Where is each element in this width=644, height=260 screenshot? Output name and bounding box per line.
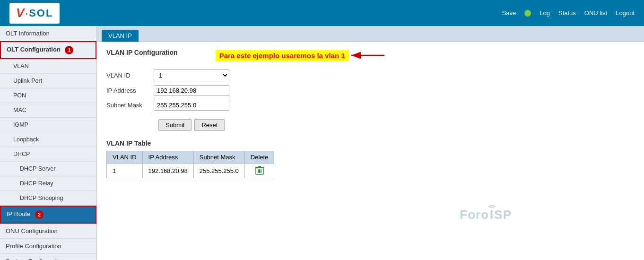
table-title: VLAN IP Table [106, 139, 635, 147]
trash-icon [255, 166, 264, 175]
tab-vlan-ip[interactable]: VLAN IP [102, 30, 139, 42]
sidebar-item-vlan[interactable]: VLAN [0, 59, 96, 74]
sidebar-item-system-configuration[interactable]: System Configuration [0, 254, 96, 260]
svg-rect-7 [258, 166, 261, 167]
sidebar-item-profile-configuration[interactable]: Profile Configuration [0, 239, 96, 254]
ip-address-input[interactable] [154, 85, 229, 96]
delete-button[interactable] [251, 166, 269, 175]
svg-rect-5 [261, 169, 261, 173]
row-subnet-mask: 255.255.255.0 [193, 164, 244, 178]
logout-link[interactable]: Logout [616, 9, 635, 17]
row-ip-address: 192.168.20.98 [142, 164, 193, 178]
config-area: VLAN IP Configuration Para este ejemplo … [97, 42, 644, 185]
arrow-icon [349, 50, 387, 61]
sidebar-item-dhcp[interactable]: DHCP [0, 147, 96, 162]
sidebar-item-igmp[interactable]: IGMP [0, 118, 96, 132]
watermark: Foro I SP [460, 208, 512, 222]
sidebar-item-ip-route[interactable]: IP Route 2 [0, 206, 96, 224]
sidebar-item-uplink-port[interactable]: Uplink Port [0, 74, 96, 88]
logo-sol: SOL [29, 7, 53, 19]
vlan-id-label: VLAN ID [106, 68, 154, 83]
config-header-row: VLAN IP Configuration Para este ejemplo … [106, 49, 635, 62]
status-indicator [524, 10, 531, 17]
content-area: VLAN IP VLAN IP Configuration Para este … [97, 26, 644, 260]
logo-v: V [16, 6, 24, 20]
tab-bar: VLAN IP [97, 26, 644, 42]
ip-address-label: IP Address [106, 83, 154, 98]
subnet-mask-label: Subnet Mask [106, 98, 154, 113]
sidebar-item-pon[interactable]: PON [0, 88, 96, 103]
badge-2: 2 [35, 210, 44, 219]
status-link[interactable]: Status [558, 9, 576, 17]
config-title: VLAN IP Configuration [106, 49, 178, 56]
sidebar-item-dhcp-server[interactable]: DHCP Server [0, 162, 96, 176]
col-subnet-mask: Subnet Mask [193, 151, 244, 164]
col-delete: Delete [244, 151, 274, 164]
arrow-container [349, 50, 387, 61]
sidebar: OLT Information OLT Configuration 1 VLAN… [0, 26, 97, 260]
sidebar-item-olt-configuration[interactable]: OLT Configuration 1 [0, 41, 96, 59]
sidebar-item-loopback[interactable]: Loopback [0, 132, 96, 147]
annotation-text: Para este ejemplo usaremos la vlan 1 [216, 50, 349, 61]
svg-rect-4 [259, 169, 260, 173]
col-vlan-id: VLAN ID [107, 151, 143, 164]
vlan-id-select[interactable]: 1 [154, 69, 229, 81]
sidebar-item-olt-information[interactable]: OLT Information [0, 26, 96, 41]
logo-dot: · [25, 6, 28, 21]
annotation-row: Para este ejemplo usaremos la vlan 1 [187, 50, 387, 61]
header-nav: Save Log Status ONU list Logout [502, 9, 635, 17]
header: V · SOL Save Log Status ONU list Logout [0, 0, 644, 26]
onu-list-link[interactable]: ONU list [584, 9, 607, 17]
svg-rect-3 [258, 169, 259, 173]
vlan-ip-table: VLAN ID IP Address Subnet Mask Delete 1 … [106, 151, 274, 178]
config-form: VLAN ID 1 IP Address Subnet Mask [106, 68, 234, 113]
reset-button[interactable]: Reset [194, 119, 225, 131]
badge-1: 1 [65, 46, 73, 54]
subnet-mask-input[interactable] [154, 100, 229, 111]
submit-button[interactable]: Submit [158, 119, 191, 131]
wifi-icon [487, 203, 496, 208]
main-layout: OLT Information OLT Configuration 1 VLAN… [0, 26, 644, 260]
sidebar-item-dhcp-relay[interactable]: DHCP Relay [0, 176, 96, 191]
button-group: Submit Reset [158, 119, 635, 131]
col-ip-address: IP Address [142, 151, 193, 164]
save-label: Save [502, 9, 516, 17]
row-vlan-id: 1 [107, 164, 143, 178]
sidebar-item-onu-configuration[interactable]: ONU Configuration [0, 224, 96, 239]
sidebar-item-dhcp-snooping[interactable]: DHCP Snooping [0, 191, 96, 206]
log-link[interactable]: Log [540, 9, 550, 17]
sidebar-item-mac[interactable]: MAC [0, 103, 96, 118]
logo: V · SOL [9, 3, 60, 24]
table-row: 1 192.168.20.98 255.255.255.0 [107, 164, 274, 178]
